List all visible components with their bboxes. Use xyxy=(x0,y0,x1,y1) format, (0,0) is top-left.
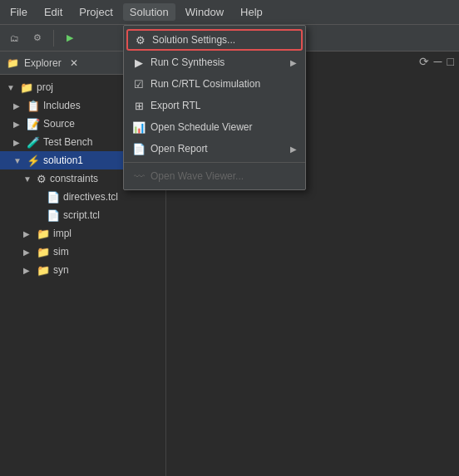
submenu-arrow-icon: ▶ xyxy=(290,145,297,154)
menu-item-open-report[interactable]: 📄 Open Report ▶ xyxy=(124,138,305,159)
report-icon: 📄 xyxy=(132,143,146,155)
menu-item-run-synthesis[interactable]: ▶ Run C Synthesis ▶ xyxy=(124,52,305,73)
menu-item-cosimulation[interactable]: ☑ Run C/RTL Cosimulation xyxy=(124,73,305,95)
menu-item-export-rtl[interactable]: ⊞ Export RTL xyxy=(124,95,305,116)
cosim-icon: ☑ xyxy=(132,78,146,91)
menu-item-solution-settings[interactable]: ⚙ Solution Settings... xyxy=(126,29,303,51)
schedule-icon: 📊 xyxy=(132,121,146,134)
solution-dropdown-menu: ⚙ Solution Settings... ▶ Run C Synthesis… xyxy=(123,25,306,190)
wave-icon: 〰 xyxy=(132,170,146,183)
menu-item-label: Open Wave Viewer... xyxy=(151,170,244,182)
synthesis-icon: ▶ xyxy=(132,56,146,69)
menu-item-label: Export RTL xyxy=(151,100,200,111)
export-icon: ⊞ xyxy=(132,100,146,112)
menu-item-label: Run C Synthesis xyxy=(151,56,225,68)
menu-separator xyxy=(124,162,305,163)
menu-item-label: Solution Settings... xyxy=(152,34,235,46)
menu-item-schedule-viewer[interactable]: 📊 Open Schedule Viewer xyxy=(124,116,305,138)
menu-item-wave-viewer: 〰 Open Wave Viewer... xyxy=(124,165,305,187)
dropdown-overlay[interactable]: ⚙ Solution Settings... ▶ Run C Synthesis… xyxy=(0,0,459,476)
settings-icon: ⚙ xyxy=(134,34,147,47)
submenu-arrow-icon: ▶ xyxy=(290,58,297,67)
menu-item-label: Open Report xyxy=(151,143,208,155)
menu-item-label: Run C/RTL Cosimulation xyxy=(151,78,260,90)
menu-item-label: Open Schedule Viewer xyxy=(151,121,253,133)
